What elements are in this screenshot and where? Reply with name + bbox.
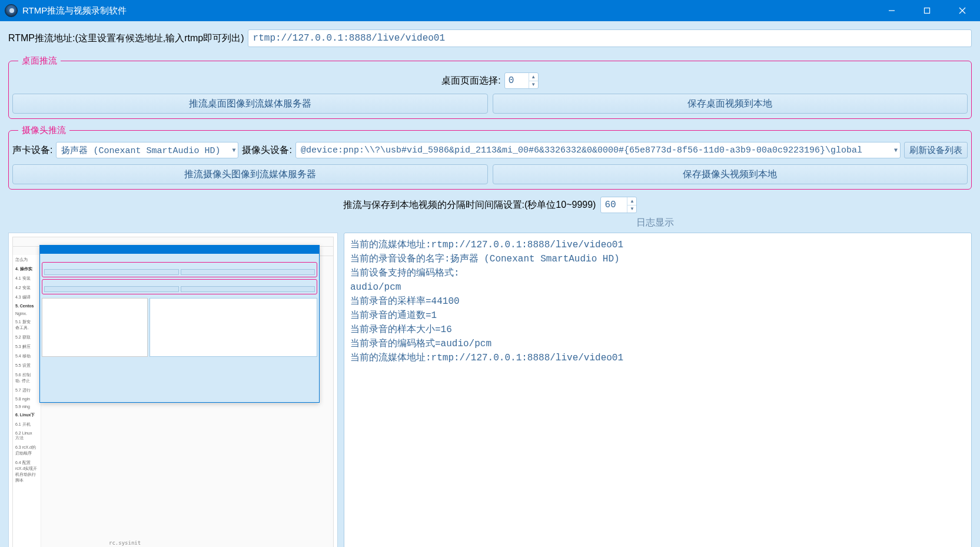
interval-label: 推流与保存到本地视频的分隔时间间隔设置:(秒单位10~9999) bbox=[343, 199, 596, 211]
save-camera-button[interactable]: 保存摄像头视频到本地 bbox=[493, 164, 968, 184]
interval-value[interactable] bbox=[601, 197, 627, 213]
rtmp-url-label: RTMP推流地址:(这里设置有候选地址,输入rtmp即可列出) bbox=[8, 32, 244, 45]
desktop-page-row: 桌面页面选择: ▲ ▼ bbox=[12, 72, 968, 89]
rtmp-url-row: RTMP推流地址:(这里设置有候选地址,输入rtmp即可列出) bbox=[8, 29, 972, 47]
audio-device-value: 扬声器 (Conexant SmartAudio HD) bbox=[61, 145, 220, 156]
chevron-down-icon: ▼ bbox=[230, 147, 235, 154]
device-row: 声卡设备: 扬声器 (Conexant SmartAudio HD) ▼ 摄像头… bbox=[12, 142, 968, 158]
svg-rect-1 bbox=[925, 8, 930, 14]
interval-row: 推流与保存到本地视频的分隔时间间隔设置:(秒单位10~9999) ▲ ▼ bbox=[8, 197, 972, 213]
window-title: RTMP推流与视频录制软件 bbox=[22, 5, 127, 16]
close-button[interactable] bbox=[945, 0, 980, 21]
window-controls bbox=[874, 0, 980, 21]
audio-device-combo[interactable]: 扬声器 (Conexant SmartAudio HD) ▼ bbox=[56, 142, 238, 158]
spin-up-icon[interactable]: ▲ bbox=[529, 73, 538, 81]
camera-device-value: @device:pnp:\\?\usb#vid_5986&pid_2113&mi… bbox=[301, 145, 862, 155]
interval-spinbox[interactable]: ▲ ▼ bbox=[600, 197, 637, 213]
camera-stream-legend: 摄像头推流 bbox=[18, 125, 69, 136]
camera-device-combo[interactable]: @device:pnp:\\?\usb#vid_5986&pid_2113&mi… bbox=[295, 142, 901, 158]
push-camera-button[interactable]: 推流摄像头图像到流媒体服务器 bbox=[12, 164, 488, 184]
minimize-icon bbox=[888, 7, 895, 14]
camera-device-label: 摄像头设备: bbox=[242, 144, 291, 157]
content-area: RTMP推流地址:(这里设置有候选地址,输入rtmp即可列出) 桌面推流 桌面页… bbox=[0, 21, 980, 547]
titlebar: RTMP推流与视频录制软件 bbox=[0, 0, 980, 21]
refresh-devices-button[interactable]: 刷新设备列表 bbox=[904, 142, 968, 158]
save-desktop-button[interactable]: 保存桌面视频到本地 bbox=[493, 94, 968, 114]
camera-stream-group: 摄像头推流 声卡设备: 扬声器 (Conexant SmartAudio HD)… bbox=[8, 125, 972, 190]
log-output[interactable]: 当前的流媒体地址:rtmp://127.0.0.1:8888/live/vide… bbox=[344, 233, 972, 547]
spin-down-icon[interactable]: ▼ bbox=[627, 205, 636, 213]
push-desktop-button[interactable]: 推流桌面图像到流媒体服务器 bbox=[12, 94, 488, 114]
desktop-page-value[interactable] bbox=[505, 73, 529, 88]
chevron-down-icon: ▼ bbox=[892, 147, 898, 154]
desktop-page-spinbox[interactable]: ▲ ▼ bbox=[504, 72, 539, 89]
spin-up-icon[interactable]: ▲ bbox=[627, 197, 636, 205]
audio-device-label: 声卡设备: bbox=[12, 144, 52, 157]
bottom-row: 怎么为 4. 操作实 4.1 安装 4.2 安装 4.3 编译 5. Cento… bbox=[8, 233, 972, 547]
preview-bottom-text: rc.sysinit bbox=[109, 540, 141, 546]
rtmp-url-input[interactable] bbox=[248, 29, 972, 47]
desktop-stream-legend: 桌面推流 bbox=[18, 55, 61, 67]
desktop-page-label: 桌面页面选择: bbox=[441, 75, 500, 87]
preview-pane: 怎么为 4. 操作实 4.1 安装 4.2 安装 4.3 编译 5. Cento… bbox=[8, 233, 338, 547]
app-icon bbox=[5, 4, 18, 17]
log-title: 日志显示 bbox=[8, 217, 972, 229]
maximize-button[interactable] bbox=[909, 0, 945, 21]
close-icon bbox=[959, 7, 966, 14]
maximize-icon bbox=[923, 7, 931, 14]
minimize-button[interactable] bbox=[874, 0, 909, 21]
preview-nested-window bbox=[39, 245, 320, 403]
desktop-stream-group: 桌面推流 桌面页面选择: ▲ ▼ 推流桌面图像到流媒体服务器 保存桌面视频到本地 bbox=[8, 55, 972, 119]
spin-down-icon[interactable]: ▼ bbox=[529, 81, 538, 89]
